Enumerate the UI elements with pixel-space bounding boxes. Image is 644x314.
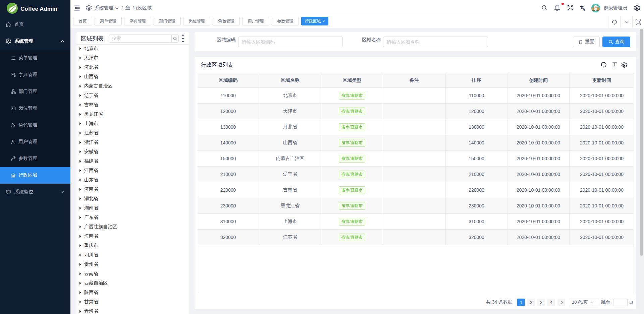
svg-text:A: A (583, 8, 585, 11)
